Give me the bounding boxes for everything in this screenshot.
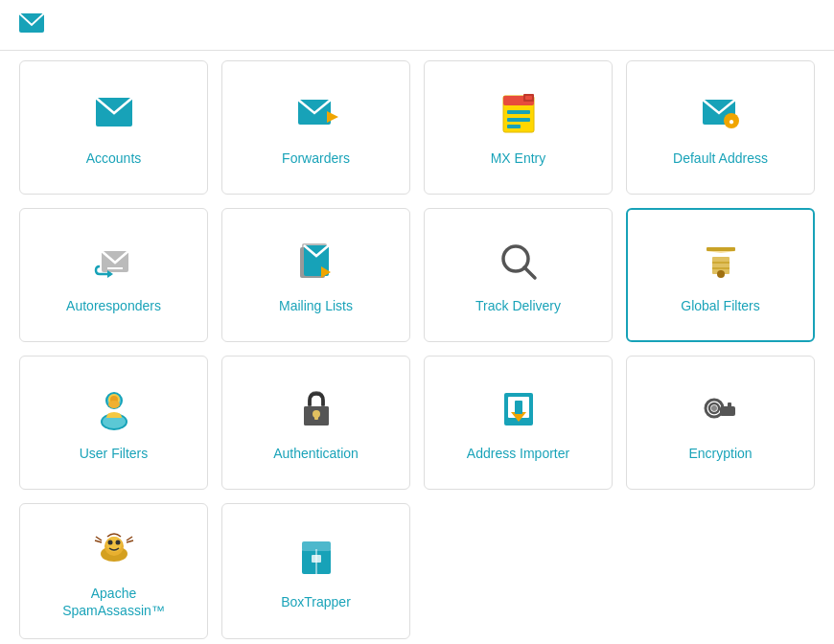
mx-entry-label: MX Entry [491, 150, 546, 167]
autoresponders-label: Autoresponders [66, 297, 161, 314]
svg-rect-8 [507, 125, 521, 128]
address-importer-icon [497, 387, 541, 431]
email-section-header [0, 0, 834, 51]
forwarders-icon [294, 92, 338, 136]
address-importer-label: Address Importer [467, 445, 569, 462]
svg-line-56 [95, 540, 102, 542]
apache-spamassassin-label: Apache SpamAssassin™ [62, 585, 165, 619]
mx-entry-icon [497, 92, 541, 136]
svg-rect-40 [314, 414, 318, 420]
card-track-delivery[interactable]: Track Delivery [424, 208, 613, 342]
email-tools-grid: Accounts Forwarders MX Entry ● Default A… [19, 60, 815, 639]
mailing-lists-label: Mailing Lists [279, 297, 353, 314]
email-icon [19, 13, 44, 36]
card-mailing-lists[interactable]: Mailing Lists [221, 208, 410, 342]
svg-rect-10 [525, 96, 532, 100]
user-filters-icon [92, 387, 136, 431]
card-autoresponders[interactable]: Autoresponders [19, 208, 208, 342]
card-address-importer[interactable]: Address Importer [424, 356, 613, 490]
card-boxtrapper[interactable]: BoxTrapper [221, 503, 410, 639]
card-user-filters[interactable]: User Filters [19, 356, 208, 490]
default-address-label: Default Address [673, 150, 768, 167]
boxtrapper-icon [294, 536, 338, 580]
card-authentication[interactable]: Authentication [221, 356, 410, 490]
svg-point-54 [115, 540, 120, 545]
global-filters-icon [699, 240, 743, 284]
svg-line-58 [127, 540, 133, 542]
authentication-icon [294, 387, 338, 431]
boxtrapper-label: BoxTrapper [281, 593, 351, 610]
svg-line-22 [524, 267, 535, 278]
mailing-lists-icon [294, 240, 338, 284]
svg-rect-62 [312, 555, 321, 563]
card-global-filters[interactable]: Global Filters [626, 208, 815, 342]
svg-line-57 [127, 537, 132, 540]
encryption-icon [699, 387, 743, 431]
card-mx-entry[interactable]: MX Entry [424, 60, 613, 195]
encryption-label: Encryption [688, 445, 752, 462]
card-accounts[interactable]: Accounts [19, 60, 208, 195]
svg-rect-6 [507, 110, 530, 114]
svg-text:●: ● [728, 116, 733, 126]
svg-rect-23 [707, 247, 735, 251]
track-delivery-icon [497, 240, 541, 284]
authentication-label: Authentication [273, 445, 359, 462]
card-forwarders[interactable]: Forwarders [221, 60, 410, 195]
forwarders-label: Forwarders [282, 150, 350, 167]
accounts-label: Accounts [86, 150, 142, 167]
cards-grid-container: Accounts Forwarders MX Entry ● Default A… [0, 51, 834, 644]
svg-marker-3 [327, 111, 338, 123]
svg-point-49 [711, 405, 717, 411]
card-encryption[interactable]: Encryption [626, 356, 815, 490]
default-address-icon: ● [699, 92, 743, 136]
svg-rect-48 [728, 402, 731, 408]
svg-marker-24 [707, 251, 735, 253]
card-apache-spamassassin[interactable]: Apache SpamAssassin™ [19, 503, 208, 639]
svg-point-36 [108, 401, 120, 408]
accounts-icon [92, 92, 136, 136]
user-filters-label: User Filters [80, 445, 149, 462]
svg-line-55 [96, 537, 102, 540]
track-delivery-label: Track Delivery [475, 297, 561, 314]
svg-rect-7 [507, 118, 530, 122]
svg-rect-47 [720, 406, 735, 416]
global-filters-label: Global Filters [681, 297, 759, 314]
svg-point-53 [107, 540, 112, 545]
card-default-address[interactable]: ● Default Address [626, 60, 815, 195]
apache-spamassassin-icon [92, 527, 136, 571]
autoresponders-icon [92, 240, 136, 284]
svg-rect-44 [515, 401, 522, 414]
